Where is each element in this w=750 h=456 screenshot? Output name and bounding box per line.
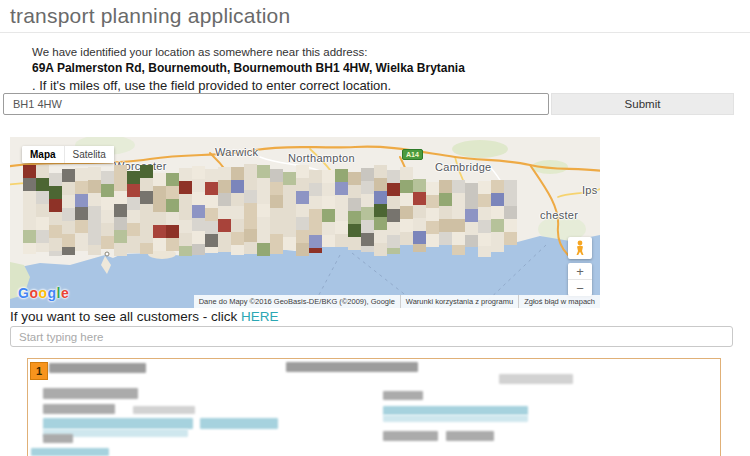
- map-blur-cell: [387, 209, 400, 222]
- map-blur-cell: [101, 171, 114, 184]
- map-blur-cell: [296, 217, 309, 230]
- map-blur-cell: [400, 180, 413, 193]
- map-blur-cell: [179, 194, 192, 207]
- map-blur-cell: [400, 193, 413, 206]
- postcode-input[interactable]: [3, 93, 549, 115]
- map-blur-cell: [179, 207, 192, 220]
- redacted-text: [383, 431, 438, 441]
- map-blur-cell: [49, 199, 62, 212]
- map-blur-cell: [374, 230, 387, 243]
- results-table: 1: [27, 358, 721, 456]
- map-blur-cell: [348, 237, 361, 250]
- map-blur-cell: [374, 191, 387, 204]
- map-blur-cell: [166, 173, 179, 186]
- map-blur-cell: [335, 195, 348, 208]
- map-blur-cell: [192, 244, 205, 255]
- map-blur-cell: [205, 234, 218, 247]
- map-blur-cell: [387, 170, 400, 183]
- map-blur-cell: [361, 246, 374, 252]
- map-blur-cell: [361, 168, 374, 181]
- map-blur-cell: [127, 171, 140, 184]
- zoom-in-button[interactable]: +: [568, 263, 592, 280]
- redacted-text: [286, 362, 418, 372]
- map-blur-cell: [413, 231, 426, 244]
- map-label-colchester: chester: [540, 209, 578, 221]
- zoom-out-button[interactable]: −: [568, 280, 592, 296]
- map-blur-cell: [23, 217, 36, 230]
- terms-link[interactable]: Warunki korzystania z programu: [400, 295, 518, 308]
- map-blur-cell: [23, 230, 36, 243]
- map-blur-cell: [309, 222, 322, 235]
- map-blur-cell: [153, 173, 166, 186]
- map-blur-cell: [374, 165, 387, 178]
- map-blur-cell: [322, 209, 335, 222]
- map-container[interactable]: Worcester Warwick Northampton Cambridge …: [10, 137, 600, 308]
- map-blur-cell: [231, 180, 244, 193]
- map-blur-cell: [62, 195, 75, 208]
- map-blur-cell: [361, 181, 374, 194]
- map-blur-cell: [75, 168, 88, 181]
- map-blur-cell: [62, 208, 75, 221]
- map-blur-cell: [166, 225, 179, 238]
- map-blur-cell: [36, 165, 49, 178]
- map-blur-cell: [218, 193, 231, 206]
- map-blur-cell: [166, 186, 179, 199]
- redacted-text: [446, 431, 494, 441]
- map-blur-cell: [140, 230, 153, 243]
- map-blur-cell: [218, 232, 231, 245]
- map-blur-cell: [270, 208, 283, 221]
- map-blur-cell: [88, 245, 101, 255]
- map-blur-cell: [218, 180, 231, 193]
- map-blur-cell: [400, 206, 413, 219]
- map-blur-cell: [179, 220, 192, 233]
- map-blur-cell: [283, 172, 296, 185]
- map-blur-cell: [452, 206, 465, 219]
- map-blur-cell: [478, 207, 491, 220]
- map-blur-cell: [400, 167, 413, 180]
- customer-search-input[interactable]: [10, 326, 733, 347]
- map-blur-cell: [23, 165, 36, 178]
- map-blur-cell: [491, 232, 504, 245]
- map-blur-cell: [270, 169, 283, 182]
- map-blur-cell: [244, 203, 257, 216]
- map-blur-cell: [49, 186, 62, 199]
- map-blur-cell: [114, 243, 127, 256]
- map-blur-cell: [23, 191, 36, 204]
- map-blur-cell: [283, 224, 296, 237]
- map-blur-cell: [348, 172, 361, 185]
- map-blur-cell: [101, 236, 114, 249]
- map-blur-cell: [114, 165, 127, 178]
- map-blur-cell: [114, 178, 127, 191]
- map-blur-cell: [478, 233, 491, 246]
- map-blur-cell: [491, 193, 504, 206]
- map-blur-cell: [257, 217, 270, 230]
- map-blur-cell: [23, 204, 36, 217]
- map-label-cambridge: Cambridge: [435, 161, 492, 173]
- submit-button[interactable]: Submit: [551, 93, 734, 115]
- redacted-text: [43, 388, 138, 399]
- map-blur-cell: [75, 220, 88, 233]
- map-blur-cell: [426, 221, 439, 234]
- a14-road-badge: A14: [402, 149, 423, 160]
- map-blur-cell: [387, 222, 400, 235]
- map-blur-cell: [452, 232, 465, 245]
- map-blur-cell: [296, 243, 309, 256]
- here-link[interactable]: HERE: [241, 309, 279, 324]
- map-blur-cell: [49, 238, 62, 251]
- map-blur-cell: [205, 221, 218, 234]
- pegman-button[interactable]: [568, 237, 592, 259]
- google-logo[interactable]: Google: [18, 285, 69, 301]
- map-blur-cell: [205, 247, 218, 253]
- map-blur-cell: [296, 178, 309, 191]
- map-blur-cell: [244, 190, 257, 203]
- map-blur-cell: [322, 222, 335, 235]
- map-type-map-button[interactable]: Mapa: [22, 146, 65, 163]
- map-type-satellite-button[interactable]: Satelita: [65, 146, 114, 163]
- map-blur-cell: [387, 196, 400, 209]
- report-map-error-link[interactable]: Zgłoś błąd w mapach: [518, 295, 600, 308]
- google-logo-letter: G: [18, 285, 29, 301]
- map-blur-cell: [465, 183, 478, 196]
- map-blur-cell: [413, 218, 426, 231]
- map-blur-cell: [322, 196, 335, 209]
- map-blur-cell: [452, 180, 465, 193]
